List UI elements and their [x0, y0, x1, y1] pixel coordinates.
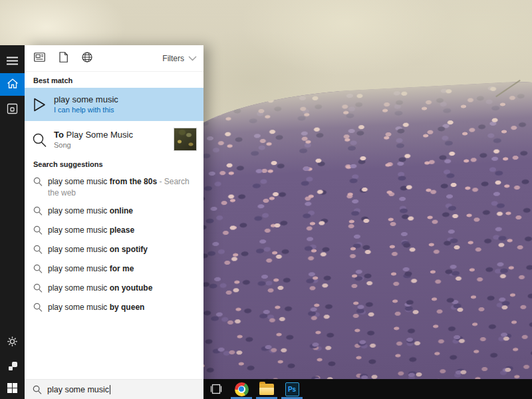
wallpaper-haze: [174, 78, 532, 399]
search-icon: [33, 206, 48, 218]
file-explorer-button[interactable]: [254, 379, 279, 399]
suggestion-item[interactable]: play some music from the 80s - Search th…: [25, 173, 203, 202]
tab-apps[interactable]: [27, 45, 51, 72]
documents-icon: [59, 52, 68, 65]
search-icon: [33, 225, 48, 237]
windows-logo-icon: [7, 383, 17, 396]
chrome-button[interactable]: [229, 379, 254, 399]
album-art-thumbnail: [174, 128, 196, 150]
search-icon: [33, 303, 48, 315]
taskbar-apps: Ps: [203, 379, 532, 399]
notebook-icon: [7, 103, 18, 117]
task-view-icon: [209, 384, 223, 394]
feedback-icon: [7, 361, 18, 374]
search-icon: [33, 245, 48, 257]
search-icon: [33, 385, 42, 394]
suggestion-item[interactable]: play some music please: [25, 221, 203, 241]
search-icon: [25, 132, 54, 148]
text-caret: [110, 385, 110, 394]
search-icon: [33, 264, 48, 276]
gear-icon: [7, 336, 18, 350]
search-input[interactable]: play some music: [25, 379, 203, 399]
sidebar-item-home[interactable]: [0, 73, 25, 96]
suggestion-item[interactable]: play some music for me: [25, 260, 203, 279]
filters-label: Filters: [162, 54, 184, 63]
best-match-title: play some music: [54, 94, 118, 105]
filters-dropdown[interactable]: Filters: [162, 54, 197, 63]
photoshop-icon: Ps: [285, 382, 299, 396]
sidebar-item-notebook[interactable]: [0, 98, 25, 121]
sidebar-item-settings[interactable]: [0, 331, 25, 354]
suggestion-item[interactable]: play some music online: [25, 202, 203, 221]
song-result[interactable]: To Play Some Music Song: [25, 123, 203, 156]
best-match-subtitle: I can help with this: [54, 105, 118, 114]
suggestion-item[interactable]: play some music on spotify: [25, 241, 203, 260]
search-icon: [33, 283, 48, 295]
best-match-result[interactable]: play some music I can help with this: [25, 88, 203, 121]
suggestion-list: play some music from the 80s - Search th…: [25, 173, 203, 318]
chrome-icon: [235, 382, 249, 396]
suggestion-item[interactable]: play some music on youtube: [25, 279, 203, 299]
tab-web[interactable]: [75, 45, 99, 72]
sidebar-item-feedback[interactable]: [0, 356, 25, 379]
start-button[interactable]: [0, 379, 25, 399]
task-view-button[interactable]: [203, 379, 229, 399]
cortana-panel: Filters Best match play some music I can…: [25, 45, 203, 399]
search-suggestions-header: Search suggestions: [33, 160, 103, 168]
file-explorer-icon: [259, 384, 274, 395]
play-icon: [25, 98, 54, 112]
web-icon: [82, 52, 92, 65]
suggestion-item[interactable]: play some music by queen: [25, 299, 203, 318]
search-icon: [33, 177, 48, 189]
search-input-value: play some music: [47, 385, 109, 394]
desktop: Ps: [0, 0, 532, 399]
tab-documents[interactable]: [51, 45, 75, 72]
cortana-sidebar: [0, 45, 25, 399]
hamburger-icon: [7, 56, 18, 68]
photoshop-button[interactable]: Ps: [279, 379, 305, 399]
menu-button[interactable]: [0, 51, 25, 73]
apps-icon: [34, 53, 45, 65]
filter-bar: Filters: [25, 45, 203, 72]
best-match-header: Best match: [33, 76, 72, 84]
wallpaper-pebbles: [174, 78, 532, 399]
home-icon: [7, 78, 19, 92]
song-title: To Play Some Music: [54, 130, 133, 140]
chevron-down-icon: [188, 54, 197, 63]
song-subtitle: Song: [54, 140, 133, 150]
